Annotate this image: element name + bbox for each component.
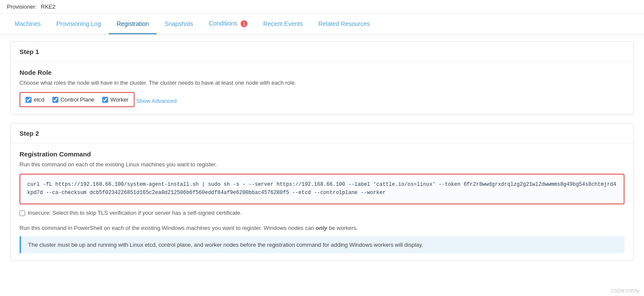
step2-header: Step 2	[11, 124, 633, 143]
tab-recent-events[interactable]: Recent Events	[255, 14, 310, 34]
role-checkbox-group: etcd Control Plane Worker	[19, 92, 135, 107]
show-advanced-link[interactable]: Show Advanced	[136, 98, 177, 104]
windows-desc: Run this command in PowerShell on each o…	[19, 225, 625, 231]
node-role-desc: Choose what roles the node will have in …	[19, 80, 625, 86]
main-content: Step 1 Node Role Choose what roles the n…	[0, 35, 644, 276]
step1-body: Node Role Choose what roles the node wil…	[11, 62, 633, 114]
control-plane-checkbox[interactable]	[52, 97, 58, 103]
worker-label: Worker	[110, 96, 129, 103]
node-role-title: Node Role	[19, 69, 625, 76]
tab-related-resources[interactable]: Related Resources	[310, 14, 377, 34]
insecure-checkbox-item[interactable]: Insecure: Select this to skip TLS verifi…	[19, 210, 625, 216]
insecure-label: Insecure: Select this to skip TLS verifi…	[28, 210, 242, 216]
conditions-badge: 1	[241, 20, 248, 27]
worker-checkbox[interactable]	[102, 97, 108, 103]
step1-header: Step 1	[11, 42, 633, 62]
step2-body: Registration Command Run this command on…	[11, 143, 633, 260]
tab-conditions[interactable]: Conditions 1	[201, 14, 255, 34]
worker-checkbox-item[interactable]: Worker	[102, 96, 129, 103]
provisioner-bar: Provisioner: RKE2	[0, 0, 644, 14]
etcd-checkbox-item[interactable]: etcd	[26, 96, 45, 103]
provisioner-label: Provisioner:	[7, 3, 37, 10]
step2-box: Step 2 Registration Command Run this com…	[10, 123, 634, 260]
registration-command-desc: Run this command on each of the existing…	[19, 161, 625, 168]
control-plane-label: Control Plane	[61, 96, 95, 103]
tab-registration[interactable]: Registration	[109, 14, 157, 34]
etcd-checkbox[interactable]	[26, 97, 32, 103]
control-plane-checkbox-item[interactable]: Control Plane	[52, 96, 95, 103]
provisioner-value: RKE2	[41, 3, 55, 10]
command-box[interactable]: curl -fL https://192.168.66.100/system-a…	[19, 174, 625, 204]
registration-command-title: Registration Command	[19, 150, 625, 158]
info-text: The cluster must be up and running with …	[28, 242, 423, 248]
windows-info-box: The cluster must be up and running with …	[19, 236, 625, 253]
step1-box: Step 1 Node Role Choose what roles the n…	[10, 41, 634, 115]
tab-provisioning-log[interactable]: Provisioning Log	[48, 14, 109, 34]
insecure-checkbox[interactable]	[19, 210, 25, 216]
windows-section: Run this command in PowerShell on each o…	[19, 225, 625, 253]
tab-snapshots[interactable]: Snapshots	[157, 14, 201, 34]
etcd-label: etcd	[34, 96, 45, 103]
command-text: curl -fL https://192.168.66.100/system-a…	[27, 181, 616, 196]
tab-bar: Machines Provisioning Log Registration S…	[0, 14, 644, 35]
tab-machines[interactable]: Machines	[7, 14, 48, 34]
